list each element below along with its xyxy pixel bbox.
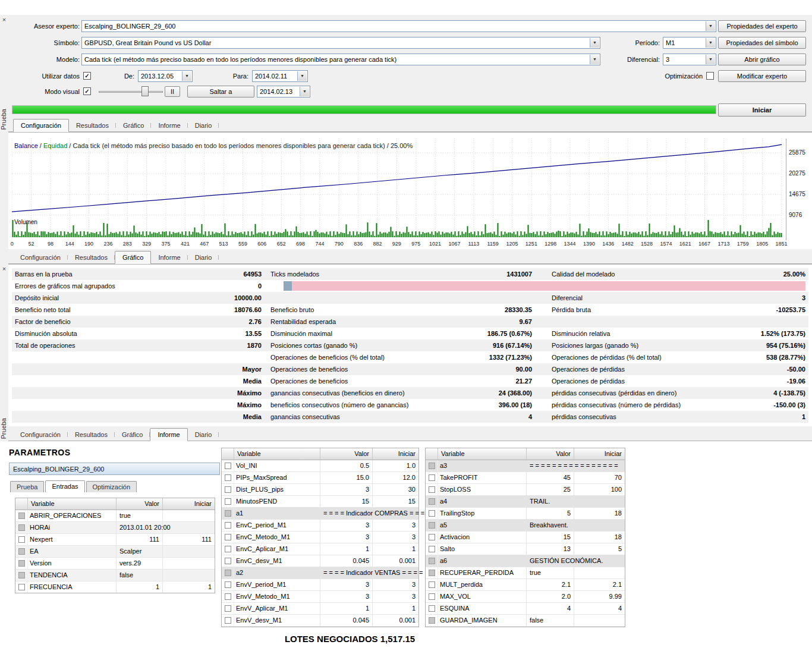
param-value[interactable]: 45 — [526, 472, 574, 483]
param-value[interactable]: 4 — [526, 603, 574, 614]
param-value[interactable]: 3 — [320, 579, 372, 590]
param-value[interactable]: 15.0 — [320, 472, 372, 483]
optimize-checkbox[interactable] — [225, 522, 231, 529]
skip-to-button[interactable]: Saltar a — [187, 86, 254, 98]
param-value[interactable]: Breakhavent. — [526, 520, 574, 531]
optimize-checkbox[interactable] — [18, 572, 25, 578]
tab-resultados[interactable]: Resultados — [68, 429, 115, 441]
param-start-value[interactable]: 2.1 — [574, 579, 625, 590]
param-start-value[interactable] — [162, 570, 215, 581]
optimize-checkbox[interactable] — [225, 498, 231, 505]
tab-diario[interactable]: Diario — [188, 120, 219, 131]
param-value[interactable]: = = = = = = = = = = = = = = = = — [526, 460, 574, 471]
skip-to-date-combobox[interactable]: 2014.02.13 ▼ — [257, 86, 310, 98]
tab-configuracion[interactable]: Configuración — [13, 119, 69, 132]
param-start-value[interactable] — [574, 520, 625, 531]
param-start-value[interactable]: 1 — [372, 603, 418, 614]
tab-configuracion[interactable]: Configuración — [13, 251, 68, 263]
param-start-value[interactable]: 3 — [372, 520, 418, 531]
param-start-value[interactable]: 1 — [162, 581, 215, 593]
tab-grafico[interactable]: Gráfico — [115, 251, 151, 264]
optimize-checkbox[interactable] — [429, 498, 435, 505]
pause-button[interactable]: II — [165, 86, 180, 97]
param-start-value[interactable]: 0.001 — [372, 555, 418, 567]
optimize-checkbox[interactable] — [429, 570, 435, 576]
optimize-checkbox[interactable] — [429, 593, 435, 600]
optimize-checkbox[interactable] — [18, 560, 25, 567]
param-value[interactable]: 1 — [320, 543, 372, 555]
param-value[interactable]: 1 — [320, 603, 372, 614]
optimize-checkbox[interactable] — [225, 534, 231, 540]
param-value[interactable]: 0.045 — [320, 615, 372, 626]
period-combobox[interactable]: M1 ▼ — [663, 37, 716, 49]
close-icon[interactable]: × — [1, 266, 8, 273]
open-chart-button[interactable]: Abrir gráfico — [718, 54, 806, 65]
optimize-checkbox[interactable] — [18, 584, 25, 590]
start-button[interactable]: Iniciar — [718, 103, 806, 117]
optimize-checkbox[interactable] — [429, 486, 435, 493]
optimize-checkbox[interactable] — [18, 548, 25, 555]
optimize-checkbox[interactable] — [225, 546, 231, 552]
param-value[interactable]: false — [526, 615, 574, 626]
param-start-value[interactable]: 12.0 — [372, 472, 418, 483]
param-value[interactable]: GESTIÓN ECONÓMICA. — [526, 555, 574, 567]
param-start-value[interactable]: 3 — [372, 579, 418, 590]
visual-speed-slider[interactable] — [99, 86, 163, 98]
optimize-checkbox[interactable] — [225, 570, 231, 576]
panel-tab-prueba[interactable]: Prueba — [0, 418, 8, 439]
slider-thumb[interactable] — [141, 86, 149, 96]
param-start-value[interactable]: 15 — [372, 496, 418, 507]
tab-configuracion[interactable]: Configuración — [13, 429, 68, 441]
param-value[interactable]: vers.29 — [116, 558, 162, 569]
optimize-checkbox[interactable] — [225, 486, 231, 493]
tab-grafico[interactable]: Gráfico — [115, 429, 150, 441]
tab-diario[interactable]: Diario — [188, 251, 219, 263]
param-start-value[interactable]: 18 — [574, 532, 625, 543]
use-dates-checkbox[interactable]: ✓ — [83, 72, 91, 80]
param-start-value[interactable] — [162, 510, 215, 521]
optimize-checkbox[interactable] — [225, 581, 231, 588]
model-combobox[interactable]: Cada tick (el método más preciso basado … — [81, 54, 600, 65]
param-value[interactable]: 3 — [320, 520, 372, 531]
param-value[interactable]: 111 — [116, 534, 162, 545]
tab-diario[interactable]: Diario — [188, 429, 219, 441]
param-start-value[interactable] — [574, 567, 625, 578]
optimize-checkbox[interactable] — [429, 522, 435, 529]
optimize-checkbox[interactable] — [225, 558, 231, 564]
param-value[interactable]: true — [116, 510, 162, 521]
param-value[interactable]: false — [116, 570, 162, 581]
tab-entradas[interactable]: Entradas — [45, 480, 84, 492]
optimize-checkbox[interactable] — [429, 558, 435, 564]
param-start-value[interactable]: 30 — [372, 484, 418, 495]
param-value[interactable]: 25 — [526, 484, 574, 495]
param-start-value[interactable] — [574, 615, 625, 626]
tab-optimizacion[interactable]: Optimización — [86, 481, 137, 492]
optimize-checkbox[interactable] — [429, 581, 435, 588]
optimize-checkbox[interactable] — [18, 536, 25, 543]
symbol-combobox[interactable]: GBPUSD, Great Britain Pound vs US Dollar… — [81, 37, 600, 49]
tab-resultados[interactable]: Resultados — [69, 120, 116, 131]
param-start-value[interactable]: 4 — [574, 603, 625, 614]
param-start-value[interactable]: 3 — [372, 591, 418, 602]
date-to-combobox[interactable]: 2014.02.11 ▼ — [252, 70, 308, 82]
optimize-checkbox[interactable] — [18, 512, 25, 519]
param-start-value[interactable]: 70 — [574, 472, 625, 483]
param-start-value[interactable]: 111 — [162, 534, 215, 545]
optimize-checkbox[interactable] — [225, 593, 231, 600]
modify-expert-button[interactable]: Modificar experto — [718, 70, 806, 82]
param-start-value[interactable]: 18 — [574, 508, 625, 519]
param-value[interactable]: = = = = Indicador COMPRAS = = = — [320, 508, 372, 519]
param-value[interactable]: 2.1 — [526, 579, 574, 590]
optimize-checkbox[interactable] — [429, 510, 435, 517]
tab-resultados[interactable]: Resultados — [68, 251, 115, 263]
optimization-checkbox[interactable]: ✓ — [706, 72, 714, 80]
param-value[interactable]: 15 — [320, 496, 372, 507]
param-value[interactable]: 3 — [320, 591, 372, 602]
param-start-value[interactable]: 0.001 — [372, 615, 418, 626]
param-start-value[interactable] — [162, 546, 215, 557]
param-value[interactable]: 3 — [320, 484, 372, 495]
param-value[interactable]: 2.0 — [526, 591, 574, 602]
optimize-checkbox[interactable] — [225, 510, 231, 517]
param-value[interactable]: 13 — [526, 543, 574, 555]
tab-informe[interactable]: Informe — [151, 251, 187, 263]
